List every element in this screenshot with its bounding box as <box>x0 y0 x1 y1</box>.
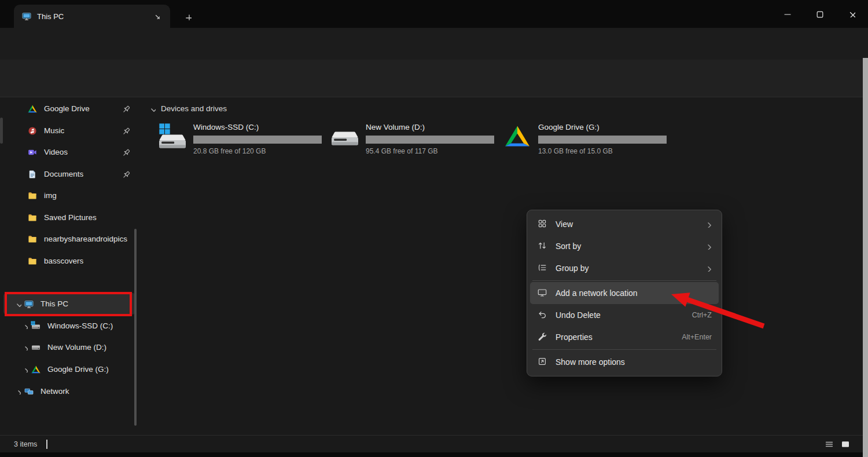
this-pc-icon <box>22 12 31 21</box>
menu-item-label: Undo Delete <box>556 310 685 320</box>
sidebar-item-label: nearbyshareandroidpics <box>44 235 127 243</box>
menu-item-label: Group by <box>556 264 697 273</box>
sidebar-item-label: Videos <box>44 148 68 156</box>
chevron-right-icon <box>705 265 712 272</box>
sidebar-item-saved-pictures[interactable]: Saved Pictures <box>3 207 135 228</box>
folder-icon <box>28 235 37 244</box>
navigation-bar: This PC <box>0 28 868 60</box>
chevron-right-icon <box>705 221 712 228</box>
sidebar-item-music[interactable]: Music <box>3 120 135 141</box>
sidebar-item-documents[interactable]: Documents <box>3 163 135 185</box>
titlebar: This PC <box>0 0 868 28</box>
pin-icon <box>122 170 130 178</box>
window-controls <box>771 0 868 28</box>
sidebar-item-basscovers[interactable]: basscovers <box>3 250 135 272</box>
sidebar-item-label: Music <box>44 126 64 135</box>
group-by-icon <box>538 263 548 273</box>
sidebar-item-google-drive-g[interactable]: Google Drive (G:) <box>3 359 135 380</box>
videos-icon <box>28 148 37 157</box>
music-icon <box>28 126 37 136</box>
sidebar-item-google-drive[interactable]: Google Drive <box>3 98 135 119</box>
menu-item-label: Sort by <box>556 242 697 251</box>
menu-item-show-more-options[interactable]: Show more options <box>530 351 719 373</box>
pin-icon <box>122 105 130 113</box>
details-view-toggle-icon[interactable] <box>825 440 834 449</box>
menu-shortcut: Ctrl+Z <box>692 311 712 319</box>
chevron-right-icon[interactable] <box>12 389 24 394</box>
drive-free-space: 20.8 GB free of 120 GB <box>193 147 266 155</box>
sidebar-item-this-pc[interactable]: This PC <box>3 293 135 315</box>
drive-tile-google-drive-g[interactable]: Google Drive (G:) 13.0 GB free of 15.0 G… <box>502 122 671 158</box>
windows-drive-icon <box>159 123 186 151</box>
menu-item-view[interactable]: View <box>530 213 719 235</box>
folder-icon <box>28 257 37 266</box>
close-button[interactable] <box>836 0 868 28</box>
sidebar-item-nearbyshareandroidpics[interactable]: nearbyshareandroidpics <box>3 228 135 250</box>
undo-icon <box>538 310 548 320</box>
menu-item-properties[interactable]: Properties Alt+Enter <box>530 326 719 348</box>
network-icon <box>24 387 34 396</box>
menu-item-add-network-location[interactable]: Add a network location <box>530 282 719 304</box>
chevron-right-icon <box>705 243 712 250</box>
tab-title: This PC <box>37 12 149 21</box>
show-more-icon <box>538 357 548 367</box>
drive-usage-bar <box>366 136 494 144</box>
folder-icon <box>28 213 37 222</box>
sidebar-item-new-volume-d[interactable]: New Volume (D:) <box>3 337 135 358</box>
menu-item-sort-by[interactable]: Sort by <box>530 235 719 257</box>
wrench-icon <box>538 332 548 342</box>
menu-item-group-by[interactable]: Group by <box>530 257 719 279</box>
this-pc-icon <box>24 299 34 309</box>
sidebar-item-label: Documents <box>44 170 83 178</box>
menu-item-label: Properties <box>556 332 674 342</box>
drive-free-space: 13.0 GB free of 15.0 GB <box>538 147 613 155</box>
menu-item-label: Add a network location <box>556 288 712 298</box>
pane-scroll-indicator <box>0 118 3 144</box>
drive-tile-windows-ssd-c[interactable]: Windows-SSD (C:) 20.8 GB free of 120 GB <box>157 122 326 158</box>
vertical-scrollbar[interactable] <box>863 58 868 457</box>
statusbar: 3 items <box>0 435 863 452</box>
drive-icon <box>31 343 41 352</box>
maximize-button[interactable] <box>803 0 836 28</box>
sidebar-item-label: This PC <box>41 299 68 308</box>
chevron-down-icon[interactable] <box>12 301 24 307</box>
window-bottom-edge <box>0 452 868 457</box>
menu-separator <box>532 349 716 350</box>
chevron-right-icon[interactable] <box>19 323 31 329</box>
network-location-icon <box>538 288 548 298</box>
chevron-down-icon[interactable] <box>149 105 156 112</box>
thumbnail-view-toggle-icon[interactable] <box>841 440 850 449</box>
sidebar-scrollbar[interactable] <box>134 229 137 426</box>
chevron-right-icon[interactable] <box>19 345 31 350</box>
tab-close-button[interactable] <box>149 9 164 24</box>
minimize-button[interactable] <box>771 0 803 28</box>
menu-item-label: View <box>556 220 697 229</box>
folder-icon <box>28 191 37 200</box>
menu-item-undo-delete[interactable]: Undo Delete Ctrl+Z <box>530 304 719 326</box>
menu-item-label: Show more options <box>556 357 712 367</box>
navigation-pane: Google Drive Music Videos Documents img … <box>0 97 144 435</box>
sidebar-item-videos[interactable]: Videos <box>3 141 135 163</box>
sidebar-item-network[interactable]: Network <box>3 381 135 402</box>
sidebar-item-img[interactable]: img <box>3 185 135 206</box>
sidebar-item-label: Network <box>41 387 69 396</box>
sidebar-item-windows-ssd-c[interactable]: Windows-SSD (C:) <box>3 315 135 337</box>
drive-tile-new-volume-d[interactable]: New Volume (D:) 95.4 GB free of 117 GB <box>330 122 499 158</box>
new-tab-button[interactable] <box>181 9 196 24</box>
pin-icon <box>122 148 130 156</box>
google-drive-icon <box>31 365 41 374</box>
sidebar-item-label: Google Drive <box>44 104 90 113</box>
drive-name: Google Drive (G:) <box>538 123 599 131</box>
tab-this-pc[interactable]: This PC <box>14 5 170 28</box>
drive-usage-bar <box>193 136 322 144</box>
drive-name: New Volume (D:) <box>366 123 425 131</box>
chevron-right-icon[interactable] <box>19 367 31 372</box>
item-count: 3 items <box>14 440 37 448</box>
sidebar-item-label: Saved Pictures <box>44 213 97 222</box>
context-menu: View Sort by Group by Add a network loca… <box>527 210 722 376</box>
content-area[interactable]: Devices and drives Windows-SSD (C:) 20.8… <box>144 97 863 435</box>
google-drive-icon <box>503 123 531 151</box>
sort-icon <box>538 241 548 251</box>
file-explorer-window: This PC This PC New <box>0 0 868 457</box>
section-devices-and-drives[interactable]: Devices and drives <box>149 104 227 113</box>
